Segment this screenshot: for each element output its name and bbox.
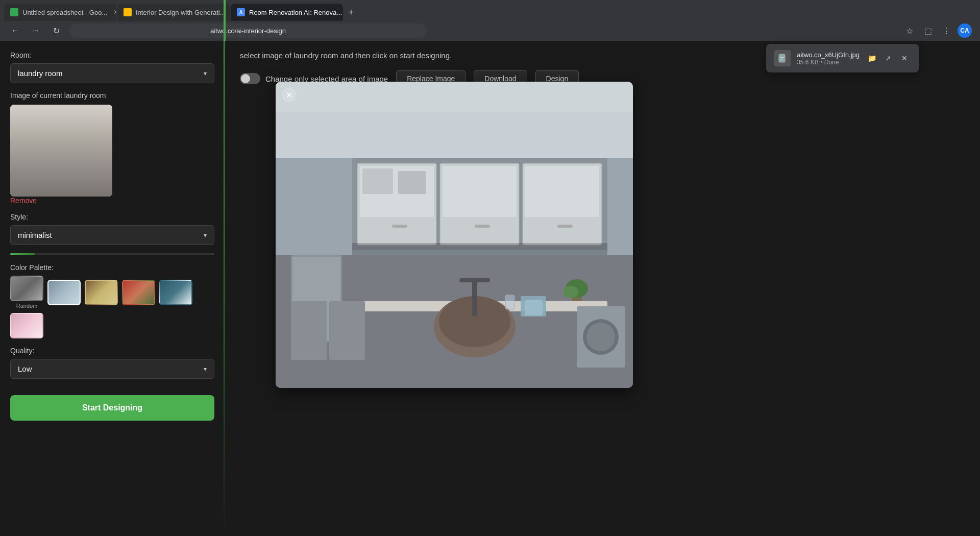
bookmark-icon[interactable]: ☆ (902, 23, 917, 38)
image-modal: ✕ (276, 82, 633, 388)
toast-actions: 📁 ↗ ✕ (866, 52, 911, 64)
remove-image-link[interactable]: Remove (10, 197, 214, 205)
svg-point-40 (563, 286, 578, 298)
svg-rect-48 (505, 295, 514, 309)
svg-rect-47 (352, 243, 607, 255)
refresh-button[interactable]: ↻ (49, 23, 63, 38)
back-button[interactable]: ← (8, 23, 22, 38)
svg-rect-2 (780, 59, 783, 60)
tab-favicon-interior (124, 8, 132, 16)
palette-random[interactable]: Random (10, 276, 43, 309)
color-palette-section: Color Palette: Random (10, 263, 214, 338)
tab-label-spreadsheet: Untitled spreadsheet - Goo... (22, 9, 107, 16)
toast-close-icon[interactable]: ✕ (898, 52, 911, 64)
svg-rect-46 (276, 82, 633, 112)
palette-red-green[interactable] (122, 280, 155, 305)
toast-status: 35.6 KB • Done (797, 59, 860, 66)
tab-close-spreadsheet[interactable]: ✕ (113, 9, 116, 16)
svg-rect-9 (13, 130, 23, 176)
room-select-value: laundry room (18, 69, 63, 78)
svg-rect-42 (329, 301, 365, 360)
toast-folder-icon[interactable]: 📁 (866, 52, 878, 64)
palette-warm[interactable] (85, 280, 118, 305)
tab-label-active: Room Renovation AI: Renova... (249, 9, 342, 16)
modal-image (276, 82, 633, 388)
toolbar-right: ☆ ⬚ ⋮ CA (902, 23, 972, 38)
profile-avatar[interactable]: CA (958, 23, 972, 38)
style-select-value: minimalist (18, 231, 52, 239)
svg-point-8 (35, 153, 52, 169)
svg-rect-10 (77, 161, 97, 176)
swatch-pink (10, 313, 43, 338)
room-label: Room: (10, 51, 214, 59)
palette-row: Random (10, 276, 214, 338)
tab-spreadsheet[interactable]: Untitled spreadsheet - Goo... ✕ (4, 4, 116, 21)
quality-select[interactable]: Low ▾ (10, 359, 214, 379)
svg-rect-4 (10, 171, 112, 197)
svg-rect-27 (398, 171, 426, 194)
toast-filename: aitwo.co_x6UjGfn.jpg (797, 51, 860, 59)
toast-file-icon (774, 50, 791, 66)
svg-rect-25 (557, 225, 573, 228)
room-select-arrow: ▾ (204, 70, 207, 77)
palette-grey-blue[interactable] (47, 280, 81, 305)
tab-favicon-active: A (237, 8, 245, 16)
new-tab-button[interactable]: + (344, 5, 358, 19)
tab-interior[interactable]: Interior Design with Generati... ✕ (117, 4, 230, 21)
modal-close-button[interactable]: ✕ (282, 88, 296, 102)
style-label: Style: (10, 213, 214, 221)
svg-point-45 (586, 323, 615, 351)
svg-rect-41 (291, 301, 327, 360)
start-designing-button[interactable]: Start Designing (10, 395, 214, 421)
style-select[interactable]: minimalist ▾ (10, 225, 214, 245)
more-icon[interactable]: ⋮ (939, 23, 953, 38)
browser-chrome: Untitled spreadsheet - Goo... ✕ Interior… (0, 0, 980, 41)
quality-select-value: Low (18, 364, 32, 373)
toast-open-icon[interactable]: ↗ (882, 52, 894, 64)
address-bar: ← → ↻ ☆ ⬚ ⋮ CA (0, 20, 980, 41)
forward-button[interactable]: → (29, 23, 43, 38)
room-image[interactable] (10, 105, 112, 197)
tab-favicon-spreadsheet (10, 8, 18, 16)
swatch-random (10, 276, 43, 301)
swatch-red-green (122, 280, 155, 305)
toast-info: aitwo.co_x6UjGfn.jpg 35.6 KB • Done (797, 51, 860, 66)
svg-rect-11 (10, 151, 112, 156)
svg-point-7 (32, 150, 55, 172)
image-section-title: Image of current laundry room (10, 91, 214, 100)
swatch-teal (159, 280, 192, 305)
palette-pink[interactable] (10, 313, 43, 338)
extensions-icon[interactable]: ⬚ (921, 23, 935, 38)
room-select[interactable]: laundry room ▾ (10, 63, 214, 83)
tab-bar: Untitled spreadsheet - Goo... ✕ Interior… (0, 0, 980, 20)
tab-label-interior: Interior Design with Generati... (136, 9, 226, 16)
palette-teal[interactable] (159, 280, 192, 305)
progress-bar (10, 253, 214, 255)
svg-rect-34 (472, 281, 477, 316)
svg-rect-0 (779, 54, 785, 62)
svg-rect-5 (10, 105, 112, 171)
style-select-arrow: ▾ (204, 232, 207, 239)
svg-rect-6 (26, 145, 61, 176)
svg-rect-3 (10, 105, 112, 197)
svg-rect-24 (475, 225, 490, 228)
svg-rect-13 (82, 140, 92, 151)
url-input[interactable] (69, 23, 427, 38)
swatch-grey-blue (47, 280, 81, 305)
download-toast: aitwo.co_x6UjGfn.jpg 35.6 KB • Done 📁 ↗ … (766, 44, 919, 72)
area-toggle[interactable] (240, 73, 260, 84)
svg-rect-20 (443, 166, 517, 217)
quality-select-arrow: ▾ (204, 366, 207, 373)
svg-rect-26 (362, 168, 393, 194)
svg-rect-23 (392, 225, 407, 228)
swatch-warm (85, 280, 118, 305)
toggle-knob (241, 74, 250, 83)
progress-fill (10, 253, 35, 255)
tab-active[interactable]: A Room Renovation AI: Renova... ✕ (231, 4, 343, 21)
svg-rect-1 (780, 57, 784, 58)
svg-rect-35 (459, 278, 490, 282)
main-content: select image of laundry room and then cl… (225, 41, 980, 536)
svg-rect-22 (525, 166, 599, 217)
palette-random-label: Random (16, 303, 38, 309)
color-palette-label: Color Palette: (10, 263, 214, 272)
